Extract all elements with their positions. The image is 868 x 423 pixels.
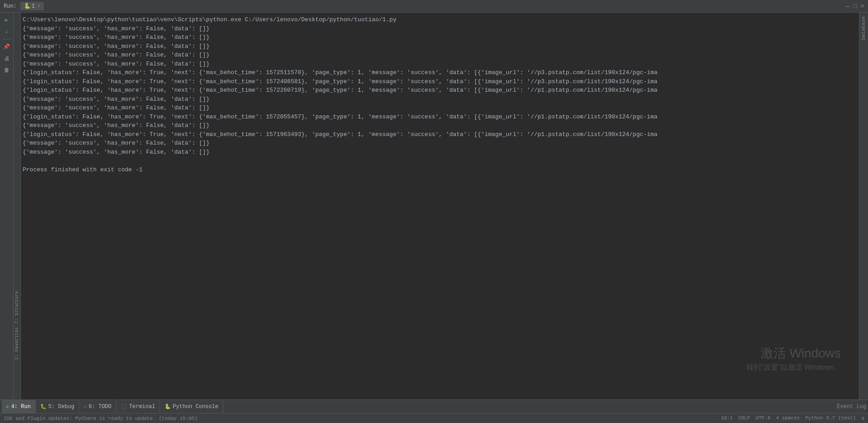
console-output-1: {'message': 'success', 'has_more': False…: [23, 24, 855, 33]
console-output-7: {'login_status': False, 'has_more': True…: [23, 77, 855, 86]
empty-line: [23, 156, 855, 165]
console-output-8: {'login_status': False, 'has_more': True…: [23, 86, 855, 95]
exit-message: Process finished with exit code -1: [23, 165, 855, 174]
console-output-6: {'login_status': False, 'has_more': True…: [23, 68, 855, 77]
run-tab-icon: ▶: [6, 404, 9, 409]
tab-close-button[interactable]: ×: [38, 4, 40, 9]
favorites-label[interactable]: 2: Favorites: [14, 327, 19, 360]
left-vertical-labels: 7: Structure 2: Favorites: [14, 13, 21, 400]
indent: 4 spaces: [776, 415, 800, 421]
tab-name: 1: [32, 3, 35, 9]
tab-todo[interactable]: ☑ 6: TODO: [79, 400, 116, 413]
database-label[interactable]: Database: [859, 13, 868, 44]
event-log-label[interactable]: Event Log: [837, 404, 866, 410]
status-bar-left: IDE and Plugin Updates: PyCharm is ready…: [4, 416, 721, 421]
console-output-3: {'message': 'success', 'has_more': False…: [23, 42, 855, 51]
toolbar-separator: [2, 39, 11, 39]
watermark-line2: 转到"设置"以激活 Windows。: [746, 362, 841, 372]
python-console-tab-label: Python Console: [173, 404, 218, 410]
python-version[interactable]: Python 3.7 (test): [805, 415, 856, 421]
tab-python-console[interactable]: 🐍 Python Console: [160, 400, 223, 413]
todo-tab-label: 6: TODO: [89, 404, 111, 410]
event-log-area: Event Log: [837, 404, 866, 410]
console-output-4: {'message': 'success', 'has_more': False…: [23, 51, 855, 60]
close-button[interactable]: ×: [861, 3, 864, 10]
pin-button[interactable]: 📌: [1, 41, 12, 52]
status-bar: IDE and Plugin Updates: PyCharm is ready…: [0, 413, 868, 423]
python-console-tab-icon: 🐍: [165, 404, 171, 409]
run-label: Run:: [4, 3, 17, 9]
ide-update-message: IDE and Plugin Updates: PyCharm is ready…: [4, 416, 198, 421]
line-ending: CRLF: [738, 415, 750, 421]
status-bar-right: 19:1 CRLF UTF-8 4 spaces Python 3.7 (tes…: [721, 415, 864, 421]
tab-debug[interactable]: 🐛 5: Debug: [36, 400, 80, 413]
left-toolbar: ▶ ↓ 📌 🖨 🗑: [0, 13, 14, 400]
structure-label[interactable]: 7: Structure: [14, 291, 19, 324]
main-layout: ▶ ↓ 📌 🖨 🗑 7: Structure 2: Favorites C:\U…: [0, 13, 868, 400]
top-bar: Run: 🐍 1 × — □ ×: [0, 0, 868, 13]
settings-icon[interactable]: ⚙: [861, 415, 864, 421]
watermark: 激活 Windows 转到"设置"以激活 Windows。: [746, 344, 841, 372]
tab-terminal[interactable]: ⬛ Terminal: [117, 400, 160, 413]
clear-button[interactable]: 🗑: [1, 65, 12, 75]
window-controls: — □ ×: [846, 3, 864, 10]
console-content: C:\Users\lenovo\Desktop\python\tuotiao\v…: [21, 14, 859, 175]
minimize-button[interactable]: —: [846, 3, 849, 10]
bottom-tab-bar: ▶ 4: Run 🐛 5: Debug ☑ 6: TODO ⬛ Terminal…: [0, 400, 868, 413]
run-tab[interactable]: 🐍 1 ×: [20, 2, 44, 10]
console-output-13: {'login_status': False, 'has_more': True…: [23, 130, 855, 139]
debug-tab-icon: 🐛: [40, 404, 47, 409]
run-tab-label: 4: Run: [11, 404, 31, 410]
console-output-10: {'message': 'success', 'has_more': False…: [23, 103, 855, 113]
console-output-9: {'message': 'success', 'has_more': False…: [23, 95, 855, 104]
console-output-15: {'message': 'success', 'has_more': False…: [23, 148, 855, 157]
console-output-14: {'message': 'success', 'has_more': False…: [23, 139, 855, 148]
run-button[interactable]: ▶: [1, 14, 12, 25]
right-sidebar: Database: [859, 13, 868, 400]
todo-tab-icon: ☑: [84, 404, 87, 409]
watermark-line1: 激活 Windows: [746, 344, 841, 362]
debug-tab-label: 5: Debug: [48, 404, 75, 410]
terminal-tab-icon: ⬛: [121, 404, 127, 409]
tab-run[interactable]: ▶ 4: Run: [2, 400, 36, 413]
scroll-down-button[interactable]: ↓: [1, 26, 12, 37]
console-output-11: {'login_status': False, 'has_more': True…: [23, 113, 855, 122]
cursor-position: 19:1: [721, 415, 733, 421]
terminal-tab-label: Terminal: [129, 404, 156, 410]
print-button[interactable]: 🖨: [1, 53, 12, 64]
python-icon: 🐍: [24, 3, 31, 9]
command-line: C:\Users\lenovo\Desktop\python\tuotiao\v…: [23, 15, 855, 24]
console-area[interactable]: C:\Users\lenovo\Desktop\python\tuotiao\v…: [21, 13, 859, 400]
maximize-button[interactable]: □: [853, 3, 857, 10]
console-output-12: {'message': 'success', 'has_more': False…: [23, 121, 855, 130]
encoding: UTF-8: [755, 415, 770, 421]
console-output-2: {'message': 'success', 'has_more': False…: [23, 33, 855, 42]
console-output-5: {'message': 'success', 'has_more': False…: [23, 60, 855, 69]
